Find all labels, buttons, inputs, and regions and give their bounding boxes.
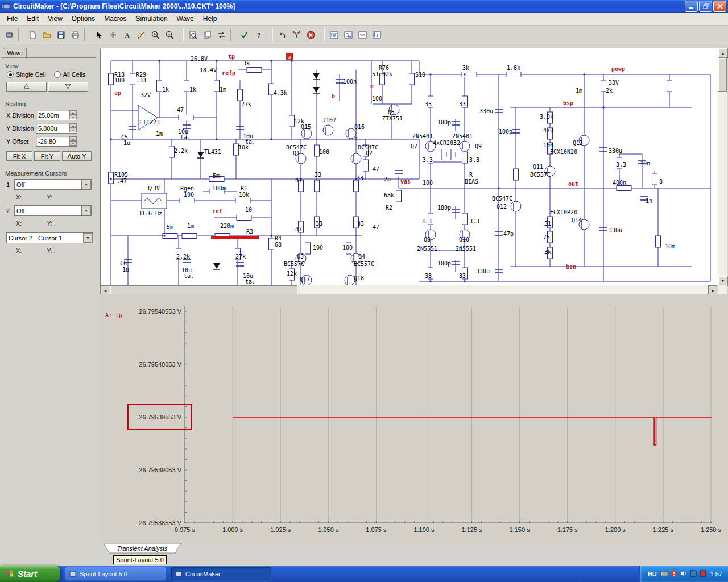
svg-text:2k: 2k bbox=[606, 88, 613, 94]
svg-text:1.175 s: 1.175 s bbox=[557, 526, 578, 533]
toolbar: A?Y bbox=[0, 26, 728, 44]
svg-text:1u: 1u bbox=[122, 267, 129, 273]
fit-y-button[interactable]: Fit Y bbox=[34, 151, 60, 161]
toolbar-swap-button[interactable] bbox=[214, 28, 228, 41]
minimize-button[interactable] bbox=[685, 1, 698, 12]
spin-up-icon[interactable] bbox=[69, 110, 77, 115]
radio-all-cells[interactable]: All Cells bbox=[54, 71, 86, 78]
dropdown-arrow-icon[interactable] bbox=[81, 206, 91, 215]
x-division-input[interactable]: 25.00m bbox=[36, 110, 77, 120]
toolbar-stop-button[interactable] bbox=[304, 28, 317, 41]
close-button[interactable] bbox=[713, 1, 726, 12]
spin-down-icon[interactable] bbox=[69, 128, 77, 132]
toolbar-zoom-out-button[interactable] bbox=[163, 28, 176, 41]
task-sprint-layout-5-0[interactable]: Sprint-Layout 5.0 bbox=[65, 567, 166, 581]
svg-text:100: 100 bbox=[342, 244, 353, 251]
menu-file[interactable]: File bbox=[2, 14, 22, 24]
schematic-canvas[interactable]: 26.8Vtprefp18.4V3kR18180R29.331k1k1m32Vu… bbox=[101, 48, 718, 286]
waveform-area[interactable]: 26.79540553 V26.79540053 V26.79539553 V2… bbox=[100, 294, 728, 543]
y-offset-spinner[interactable] bbox=[69, 136, 77, 145]
dropdown-arrow-icon[interactable] bbox=[81, 180, 91, 189]
cursors-group-title: Measurement Cursors bbox=[5, 170, 96, 177]
hscroll-thumb[interactable] bbox=[110, 285, 297, 294]
spin-down-icon[interactable] bbox=[69, 115, 77, 119]
y-offset-input[interactable]: -26.80 bbox=[36, 136, 77, 147]
menu-wave[interactable]: Wave bbox=[172, 14, 198, 24]
toolbar-plus-button[interactable] bbox=[106, 28, 119, 41]
start-button[interactable]: Start bbox=[0, 566, 60, 582]
svg-text:32V: 32V bbox=[140, 92, 151, 98]
menu-help[interactable]: Help bbox=[198, 14, 222, 24]
spin-down-icon[interactable] bbox=[69, 141, 77, 146]
restore-button[interactable] bbox=[699, 1, 712, 12]
schematic-hscrollbar[interactable]: ◄ ► bbox=[100, 285, 718, 294]
dropdown-arrow-icon[interactable] bbox=[83, 233, 93, 243]
x-division-spinner[interactable] bbox=[69, 110, 77, 119]
y-division-spinner[interactable] bbox=[69, 123, 77, 132]
svg-text:1m: 1m bbox=[187, 223, 194, 229]
toolbar-pages-button[interactable] bbox=[200, 28, 214, 41]
transient-analysis-tab[interactable]: Transient Analysis bbox=[102, 543, 205, 554]
svg-text:180p: 180p bbox=[437, 205, 451, 211]
svg-text:powp: powp bbox=[611, 66, 625, 72]
cell-down-button[interactable] bbox=[48, 82, 88, 92]
auto-y-button[interactable]: Auto Y bbox=[62, 151, 92, 161]
radio-single-cell-label: Single Cell bbox=[16, 71, 46, 78]
toolbar-edit-check-button[interactable] bbox=[238, 28, 251, 41]
cursor-diff-select[interactable]: Cursor 2 - Cursor 1 bbox=[6, 232, 93, 243]
speaker-tray-icon[interactable] bbox=[680, 569, 688, 579]
toolbar-save-button[interactable] bbox=[54, 28, 68, 41]
svg-text:68: 68 bbox=[275, 242, 282, 248]
toolbar-wave-a-button[interactable] bbox=[327, 28, 341, 41]
menu-simulation[interactable]: Simulation bbox=[131, 14, 172, 24]
scroll-up-button[interactable]: ▲ bbox=[718, 48, 728, 58]
scroll-down-button[interactable]: ▼ bbox=[718, 276, 728, 286]
schematic-vscrollbar[interactable]: ▲ ▼ bbox=[718, 48, 727, 285]
svg-text:1.150 s: 1.150 s bbox=[510, 526, 531, 533]
svg-text:c: c bbox=[354, 135, 358, 142]
transient-analysis-tab-label: Transient Analysis bbox=[117, 545, 168, 552]
toolbar-zoom-doc-button[interactable] bbox=[186, 28, 200, 41]
radio-single-cell[interactable]: Single Cell bbox=[7, 71, 46, 78]
windows-logo-icon bbox=[5, 569, 15, 579]
spin-up-icon[interactable] bbox=[69, 123, 77, 128]
menu-view[interactable]: View bbox=[43, 14, 67, 24]
toolbar-undo-button[interactable] bbox=[275, 28, 289, 41]
language-indicator[interactable]: HU bbox=[648, 571, 657, 577]
toolbar-cursor-button[interactable] bbox=[92, 28, 105, 41]
toolbar-zoom-in-button[interactable] bbox=[148, 28, 162, 41]
toolbar-wave-c-button[interactable] bbox=[355, 28, 369, 41]
toolbar-new-button[interactable] bbox=[26, 28, 39, 41]
keyboard-tray-icon[interactable] bbox=[660, 569, 668, 579]
svg-text:1u: 1u bbox=[123, 140, 130, 146]
menu-edit[interactable]: Edit bbox=[22, 14, 43, 24]
alert-tray-icon[interactable] bbox=[670, 569, 678, 579]
waveform-canvas[interactable]: 26.79540553 V26.79540053 V26.79539553 V2… bbox=[100, 294, 728, 543]
toolbar-open-button[interactable] bbox=[40, 28, 53, 41]
menu-macros[interactable]: Macros bbox=[100, 14, 131, 24]
svg-text:Q14: Q14 bbox=[572, 217, 582, 223]
toolbar-print-button[interactable] bbox=[68, 28, 82, 41]
cursor1-y-label: Y: bbox=[47, 194, 52, 201]
toolbar-chip-button[interactable] bbox=[2, 28, 16, 41]
toolbar-probe-button[interactable] bbox=[134, 28, 148, 41]
toolbar-wye-button[interactable]: Y bbox=[289, 28, 303, 41]
cursor2-y-label: Y: bbox=[47, 220, 52, 227]
app-red-tray-icon[interactable] bbox=[699, 569, 707, 579]
app-blue-tray-icon[interactable] bbox=[689, 569, 697, 579]
toolbar-text-button[interactable]: A bbox=[120, 28, 134, 41]
fit-x-button[interactable]: Fit X bbox=[6, 151, 32, 161]
cell-up-button[interactable] bbox=[6, 82, 47, 92]
toolbar-help-button[interactable]: ? bbox=[252, 28, 266, 41]
cursor2-select[interactable]: Off bbox=[14, 205, 92, 216]
spin-up-icon[interactable] bbox=[69, 136, 77, 141]
toolbar-wave-b-button[interactable] bbox=[341, 28, 355, 41]
toolbar-wave-d-button[interactable] bbox=[370, 28, 383, 41]
cursor1-select[interactable]: Off bbox=[14, 179, 92, 190]
vscroll-thumb[interactable] bbox=[718, 57, 727, 92]
task-circuitmaker[interactable]: CircuitMaker bbox=[171, 567, 272, 581]
schematic-area[interactable]: 26.8Vtprefp18.4V3kR18180R29.331k1k1m32Vu… bbox=[100, 48, 718, 286]
y-division-input[interactable]: 5.000u bbox=[36, 123, 77, 134]
clock[interactable]: 1:57 bbox=[710, 571, 722, 577]
menu-options[interactable]: Options bbox=[67, 14, 100, 24]
